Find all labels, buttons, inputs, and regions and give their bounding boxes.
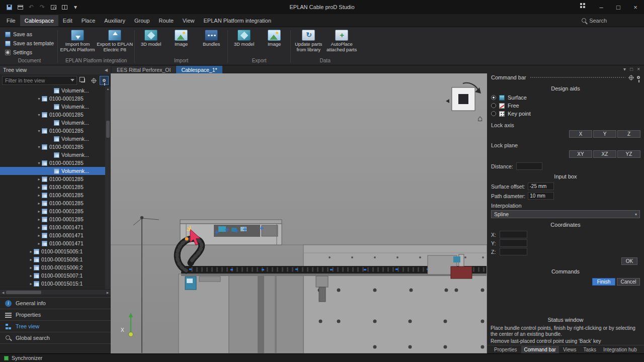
new-window-icon[interactable] bbox=[15, 2, 25, 12]
lock-axis-x-button[interactable]: X bbox=[569, 130, 592, 138]
design-aid-option-free[interactable]: Free bbox=[487, 102, 644, 110]
ok-button[interactable]: OK bbox=[621, 257, 637, 265]
quick-access-dropdown-icon[interactable]: ▾ bbox=[70, 2, 80, 12]
tree-item[interactable]: ▸0100-0001285 bbox=[0, 191, 105, 199]
interpolation-select[interactable]: Spline ▾ bbox=[491, 210, 640, 218]
chevron-right-icon[interactable]: ▸ bbox=[36, 201, 42, 206]
viewport[interactable]: ⌂ X bbox=[111, 73, 487, 353]
chevron-down-icon[interactable]: ▾ bbox=[36, 113, 42, 117]
tree-filter-input[interactable] bbox=[2, 76, 77, 85]
menu-tab-edit[interactable]: Edit bbox=[58, 15, 77, 26]
y-input[interactable] bbox=[500, 239, 527, 247]
menu-tab-eplan-platform-integration[interactable]: EPLAN Platform integration bbox=[199, 15, 276, 26]
tree-item[interactable]: ▾0100-0001285 bbox=[0, 127, 105, 135]
panel-close-icon[interactable]: × bbox=[637, 66, 640, 72]
undo-icon[interactable]: ↶ bbox=[26, 2, 36, 12]
panel-maximize-icon[interactable]: □ bbox=[630, 66, 633, 72]
chevron-right-icon[interactable]: ▸ bbox=[28, 265, 34, 270]
menu-tab-file[interactable]: File bbox=[2, 15, 20, 26]
tree-item[interactable]: ▸0100-0001285 bbox=[0, 207, 105, 215]
panel-tab-command-bar[interactable]: Command bar bbox=[521, 346, 559, 353]
doc-tab-cablespace-1[interactable]: Cablespace_1* bbox=[176, 66, 222, 73]
panel-options-icon[interactable] bbox=[629, 75, 633, 80]
collapse-panel-icon[interactable]: ◀ bbox=[105, 68, 108, 72]
lock-plane-yz-button[interactable]: YZ bbox=[617, 150, 640, 158]
ribbon-button-settings[interactable]: Settings bbox=[3, 49, 34, 56]
tree-item[interactable]: ▾0100-0001285 bbox=[0, 111, 105, 119]
tree-item[interactable]: Volumenk... bbox=[0, 151, 105, 159]
maximize-button[interactable]: □ bbox=[610, 0, 627, 14]
tree-item[interactable]: Volumenk... bbox=[0, 86, 105, 95]
cancel-button[interactable]: Cancel bbox=[617, 278, 640, 286]
tree-vertical-scrollbar[interactable]: ▲ bbox=[105, 86, 111, 289]
vertical-scrollbar-thumb[interactable] bbox=[106, 121, 110, 138]
tree-item[interactable]: Volumenk... bbox=[0, 119, 105, 127]
finish-button[interactable]: Finish bbox=[592, 278, 615, 286]
apps-grid-icon[interactable] bbox=[576, 0, 593, 14]
ribbon-button-save-as[interactable]: Save as bbox=[3, 31, 34, 38]
panel-tab-integration-hub[interactable]: Integration hub bbox=[600, 346, 640, 353]
save-icon[interactable] bbox=[4, 2, 14, 12]
redo-icon[interactable]: ↷ bbox=[37, 2, 47, 12]
design-aid-option-surface[interactable]: Surface bbox=[487, 94, 644, 102]
tree-item[interactable]: ▸0100-00015005:1 bbox=[0, 247, 105, 255]
scroll-left-icon[interactable]: ◀ bbox=[0, 291, 6, 294]
radio-key-point[interactable] bbox=[491, 111, 496, 116]
chevron-right-icon[interactable]: ▸ bbox=[28, 257, 34, 262]
panel-tab-properties[interactable]: Properties bbox=[491, 346, 520, 353]
scroll-up-icon[interactable]: ▲ bbox=[107, 86, 110, 92]
z-input[interactable] bbox=[500, 248, 527, 255]
chevron-right-icon[interactable]: ▸ bbox=[36, 233, 42, 238]
menu-tab-cablespace[interactable]: Cablespace bbox=[20, 15, 58, 26]
chevron-right-icon[interactable]: ▸ bbox=[28, 249, 34, 254]
menu-tab-view[interactable]: View bbox=[178, 15, 199, 26]
sidebar-item-properties[interactable]: Properties bbox=[0, 309, 111, 321]
tree-item[interactable]: ▾0100-0001285 bbox=[0, 159, 105, 167]
pin-button[interactable] bbox=[100, 76, 109, 85]
distance-input[interactable] bbox=[516, 162, 542, 170]
ribbon-button-autoplace-attached-parts[interactable]: AutoPlace attached parts bbox=[326, 28, 358, 53]
viewport-canvas[interactable]: ⌂ X bbox=[111, 73, 487, 353]
ribbon-button-save-as-template[interactable]: Save as template bbox=[3, 40, 56, 47]
tree-item[interactable]: ▾0100-0001285 bbox=[0, 95, 105, 103]
lock-axis-y-button[interactable]: Y bbox=[593, 130, 616, 138]
tree-item[interactable]: ▸0100-0001471 bbox=[0, 223, 105, 231]
tree-item[interactable]: Volumenk... bbox=[0, 103, 105, 111]
scroll-right-icon[interactable]: ▶ bbox=[105, 291, 111, 294]
tree-item[interactable]: ▸0100-0001285 bbox=[0, 183, 105, 191]
chevron-down-icon[interactable]: ▾ bbox=[36, 145, 42, 149]
tree-item[interactable]: ▸0100-0001471 bbox=[0, 239, 105, 247]
panel-pin-icon[interactable] bbox=[637, 76, 640, 79]
tree-item[interactable]: Volumenk... bbox=[0, 167, 105, 175]
ribbon-button-export-to-eplan-electric-p8[interactable]: Export to EPLAN Electric P8 bbox=[97, 28, 133, 53]
minimize-button[interactable]: – bbox=[593, 0, 610, 14]
tree-item[interactable]: ▸0100-00015015:1 bbox=[0, 280, 105, 288]
panel-tab-tasks[interactable]: Tasks bbox=[580, 346, 599, 353]
menu-tab-auxiliary[interactable]: Auxiliary bbox=[100, 15, 130, 26]
ribbon-button-update-parts-from-library[interactable]: Update parts from library bbox=[292, 28, 325, 53]
tree-item[interactable]: ▾0100-0001285 bbox=[0, 143, 105, 151]
tree-horizontal-scrollbar[interactable]: ◀ ▶ bbox=[0, 289, 111, 295]
chevron-right-icon[interactable]: ▸ bbox=[36, 177, 42, 182]
tree-item[interactable]: Volumenk... bbox=[0, 135, 105, 143]
chevron-right-icon[interactable]: ▸ bbox=[36, 241, 42, 246]
sidebar-item-general-info[interactable]: General info bbox=[0, 298, 111, 309]
chevron-right-icon[interactable]: ▸ bbox=[36, 209, 42, 214]
path-diameter-input[interactable] bbox=[528, 192, 554, 200]
chevron-right-icon[interactable]: ▸ bbox=[36, 185, 42, 190]
ribbon-button-3d-model[interactable]: 3D model bbox=[136, 28, 166, 47]
ribbon-button-import-from-eplan-platform[interactable]: Import from EPLAN Platform bbox=[59, 28, 96, 53]
panel-tab-views[interactable]: Views bbox=[560, 346, 580, 353]
ribbon-button-bundles[interactable]: Bundles bbox=[197, 28, 226, 47]
menu-tab-route[interactable]: Route bbox=[154, 15, 178, 26]
drag-handle[interactable] bbox=[530, 76, 625, 78]
radio-free[interactable] bbox=[491, 103, 496, 108]
chevron-down-icon[interactable]: ▾ bbox=[36, 161, 42, 165]
search-box[interactable]: Search bbox=[582, 18, 642, 24]
ribbon-button-3d-model[interactable]: 3D model bbox=[229, 28, 259, 47]
chevron-right-icon[interactable]: ▸ bbox=[36, 217, 42, 222]
tree-item[interactable]: ▸0100-0001471 bbox=[0, 231, 105, 239]
lock-plane-xy-button[interactable]: XY bbox=[569, 150, 592, 158]
tree-item[interactable]: ▸0100-0001285 bbox=[0, 175, 105, 183]
chevron-right-icon[interactable]: ▸ bbox=[28, 274, 34, 278]
